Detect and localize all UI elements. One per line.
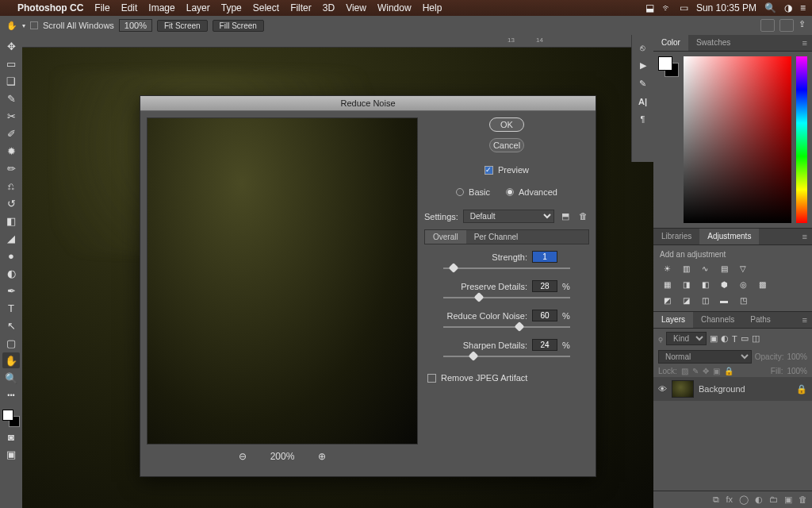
eyedropper-tool[interactable]: ✐ [2, 125, 20, 141]
fill-screen-button[interactable]: Fill Screen [213, 20, 264, 32]
basic-radio[interactable] [456, 188, 464, 196]
lut-adj-icon[interactable]: ▩ [755, 278, 769, 291]
move-tool[interactable]: ✥ [2, 38, 20, 54]
shape-tool[interactable]: ▢ [2, 335, 20, 351]
menubar-clock[interactable]: Sun 10:35 PM [696, 2, 756, 13]
new-adj-layer-icon[interactable]: ◐ [755, 495, 763, 505]
brush-panel-icon[interactable]: ✎ [639, 79, 646, 89]
menu-image[interactable]: Image [148, 2, 174, 13]
lock-pixels-icon[interactable]: ▨ [681, 367, 688, 375]
levels-adj-icon[interactable]: ▥ [679, 262, 693, 275]
tab-adjustments[interactable]: Adjustments [699, 229, 759, 244]
blur-tool[interactable]: ● [2, 248, 20, 264]
lasso-tool[interactable]: ❑ [2, 73, 20, 89]
strength-input[interactable] [532, 251, 557, 263]
lock-paint-icon[interactable]: ✎ [692, 367, 699, 375]
photo-filter-adj-icon[interactable]: ⬢ [717, 278, 731, 291]
crop-tool[interactable]: ✂ [2, 108, 20, 124]
strength-slider[interactable] [443, 267, 570, 269]
menu-edit[interactable]: Edit [121, 2, 138, 13]
layers-panel-menu-icon[interactable]: ≡ [798, 312, 812, 328]
sharpen-slider[interactable] [443, 356, 570, 357]
preserve-input[interactable] [532, 280, 557, 292]
filter-smart-icon[interactable]: ◫ [752, 333, 760, 344]
hand-tool[interactable]: ✋ [2, 352, 20, 368]
hue-adj-icon[interactable]: ▦ [660, 278, 674, 291]
delete-layer-icon[interactable]: 🗑 [799, 495, 807, 505]
menu-layer[interactable]: Layer [186, 2, 210, 13]
stamp-tool[interactable]: ⎌ [2, 178, 20, 194]
zoom-tool[interactable]: 🔍 [2, 370, 20, 386]
lock-all-icon[interactable]: 🔒 [724, 367, 733, 375]
tab-overall[interactable]: Overall [425, 230, 466, 244]
type-tool[interactable]: T [2, 300, 20, 316]
hue-slider[interactable] [796, 56, 807, 223]
sharpen-input[interactable] [532, 339, 557, 351]
menu-select[interactable]: Select [253, 2, 279, 13]
settings-select[interactable]: Default [463, 210, 554, 223]
color-noise-input[interactable] [532, 310, 557, 321]
fx-icon[interactable]: fx [726, 495, 733, 505]
adjustments-panel-menu-icon[interactable]: ≡ [798, 229, 812, 244]
history-brush-tool[interactable]: ↺ [2, 195, 20, 211]
dropbox-icon[interactable]: ⬓ [645, 2, 654, 13]
tab-per-channel[interactable]: Per Channel [466, 230, 527, 244]
save-preset-icon[interactable]: ⬒ [559, 211, 572, 222]
new-layer-icon[interactable]: ▣ [784, 495, 792, 505]
menu-3d[interactable]: 3D [323, 2, 335, 13]
wifi-icon[interactable]: ᯤ [662, 2, 672, 13]
curves-adj-icon[interactable]: ∿ [698, 262, 712, 275]
invert-adj-icon[interactable]: ◩ [660, 294, 674, 306]
channel-mixer-adj-icon[interactable]: ◎ [736, 278, 750, 291]
menu-file[interactable]: File [94, 2, 109, 13]
brush-tool[interactable]: ✏ [2, 160, 20, 176]
filter-adj-icon[interactable]: ◐ [721, 333, 729, 344]
workspace-button-2[interactable] [779, 19, 794, 32]
filter-type-icon[interactable]: T [732, 334, 737, 344]
color-noise-slider[interactable] [443, 326, 570, 328]
filter-preview[interactable] [147, 117, 418, 444]
preview-checkbox[interactable]: ✓ [485, 166, 493, 175]
advanced-radio[interactable] [506, 188, 514, 196]
pen-tool[interactable]: ✒ [2, 283, 20, 298]
eraser-tool[interactable]: ◧ [2, 213, 20, 229]
app-name[interactable]: Photoshop CC [17, 2, 83, 13]
color-panel-menu-icon[interactable]: ≡ [798, 35, 812, 51]
zoom-in-icon[interactable]: ⊕ [318, 451, 326, 462]
quick-mask-icon[interactable]: ◙ [2, 429, 20, 444]
menu-type[interactable]: Type [221, 2, 242, 13]
quick-select-tool[interactable]: ✎ [2, 90, 20, 106]
dodge-tool[interactable]: ◐ [2, 265, 20, 281]
tab-color[interactable]: Color [653, 35, 688, 51]
tab-paths[interactable]: Paths [742, 312, 779, 328]
path-select-tool[interactable]: ↖ [2, 318, 20, 333]
fit-screen-button[interactable]: Fit Screen [157, 20, 208, 32]
spotlight-icon[interactable]: 🔍 [764, 2, 776, 13]
exposure-adj-icon[interactable]: ▤ [717, 262, 731, 275]
new-group-icon[interactable]: 🗀 [769, 495, 778, 505]
paragraph-panel-icon[interactable]: ¶ [641, 114, 645, 124]
layer-kind-filter[interactable]: Kind [666, 332, 707, 345]
brightness-adj-icon[interactable]: ☀ [660, 262, 674, 275]
menu-help[interactable]: Help [423, 2, 442, 13]
history-panel-icon[interactable]: ⎋ [640, 43, 645, 52]
delete-preset-icon[interactable]: 🗑 [576, 211, 589, 222]
selective-color-adj-icon[interactable]: ◳ [736, 294, 750, 306]
scroll-all-checkbox[interactable] [30, 21, 38, 29]
hand-tool-icon[interactable]: ✋ [6, 21, 17, 31]
menu-view[interactable]: View [346, 2, 366, 13]
posterize-adj-icon[interactable]: ◪ [679, 294, 693, 306]
tab-swatches[interactable]: Swatches [688, 35, 738, 51]
zoom-out-icon[interactable]: ⊖ [239, 451, 247, 462]
visibility-icon[interactable]: 👁 [658, 384, 667, 394]
screen-mode-icon[interactable]: ▣ [2, 446, 20, 462]
menu-filter[interactable]: Filter [290, 2, 312, 13]
layer-row-background[interactable]: 👁 Background 🔒 [653, 377, 812, 401]
siri-icon[interactable]: ◑ [784, 2, 792, 13]
preserve-slider[interactable] [443, 297, 570, 298]
filter-shape-icon[interactable]: ▭ [741, 333, 749, 344]
cancel-button[interactable]: Cancel [489, 138, 524, 152]
remove-jpeg-checkbox[interactable] [427, 374, 436, 383]
foreground-background-swatch[interactable] [2, 410, 20, 427]
edit-toolbar[interactable]: ••• [2, 387, 20, 403]
